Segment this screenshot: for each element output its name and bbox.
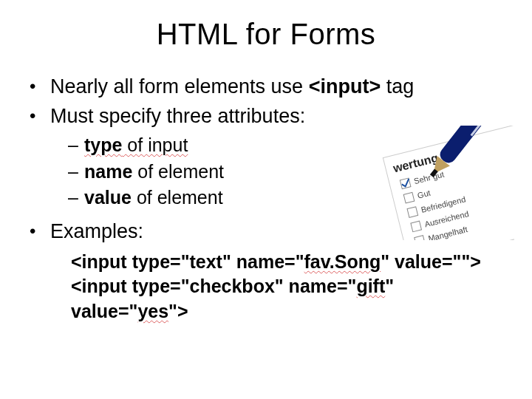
text: tag xyxy=(381,75,414,98)
text: Examples: xyxy=(50,220,143,242)
code-line-2: <input type="checkbox" name="gift" value… xyxy=(71,274,510,324)
code-line-1: <input type="text" name="fav.Song" value… xyxy=(71,250,510,275)
bullet-attributes: Must specify three attributes: type of i… xyxy=(22,103,510,211)
text-bold: <input> xyxy=(309,75,381,98)
text-bold: name xyxy=(84,161,132,182)
code-text: <input type="checkbox" name=" xyxy=(71,276,356,296)
slide: HTML for Forms Nearly all form elements … xyxy=(0,0,532,399)
text: of element xyxy=(132,161,224,182)
code-text: gift xyxy=(356,276,385,296)
text-bold: type xyxy=(84,134,122,155)
sub-bullet-type: type of input xyxy=(22,133,510,158)
text: of element xyxy=(132,187,223,208)
code-text: yes xyxy=(137,301,168,321)
text: of input xyxy=(122,134,188,155)
bullet-examples: Examples: xyxy=(22,218,510,245)
code-text: "> xyxy=(168,301,188,321)
sub-bullet-list: type of input name of element value of e… xyxy=(22,133,510,211)
code-text: " value=""> xyxy=(381,251,481,272)
sub-bullet-value: value of element xyxy=(22,185,510,211)
code-examples: <input type="text" name="fav.Song" value… xyxy=(71,250,510,324)
text-bold: value xyxy=(84,187,132,208)
code-text: <input type="text" name=" xyxy=(71,251,304,272)
bullet-input-tag: Nearly all form elements use <input> tag xyxy=(22,73,510,100)
sub-bullet-name: name of element xyxy=(22,160,510,185)
slide-title: HTML for Forms xyxy=(22,18,510,51)
code-text: fav.Song xyxy=(304,251,381,272)
bullet-list: Nearly all form elements use <input> tag… xyxy=(22,73,510,245)
text: Nearly all form elements use xyxy=(50,75,309,98)
text: Must specify three attributes: xyxy=(50,105,305,127)
